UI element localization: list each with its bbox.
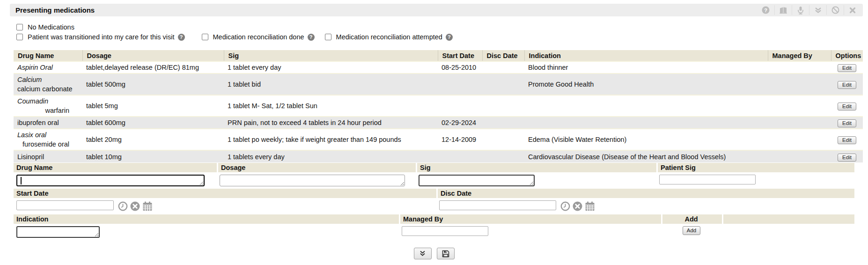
form-label-disc-date: Disc Date	[436, 189, 854, 198]
no-medications-label: No Medications	[28, 23, 74, 31]
entry-form-row-1: Drug Name Dosage Sig Patient Sig	[14, 163, 854, 190]
svg-text:?: ?	[764, 7, 767, 13]
dosage-cell: tablet,delayed release (DR/EC) 81mg	[82, 61, 224, 74]
form-label-sig: Sig	[416, 163, 656, 172]
reconciliation-row: Patient was transitioned into my care fo…	[16, 33, 453, 41]
form-label-drug-name: Drug Name	[14, 163, 217, 172]
reconciliation-attempted-label: Medication reconciliation attempted	[336, 33, 442, 41]
col-header-dosage: Dosage	[82, 50, 224, 61]
sig-cell: 1 tablet every day	[224, 61, 438, 74]
book-icon[interactable]	[774, 5, 792, 15]
drug-name-input[interactable]	[16, 175, 205, 186]
no-medications-row: No Medications	[16, 23, 74, 31]
table-row: Calciumcalcium carbonate tablet 500mg 1 …	[14, 74, 863, 95]
expand-more-button[interactable]	[414, 248, 432, 259]
close-icon[interactable]	[844, 5, 861, 15]
reconciliation-attempted-help-icon[interactable]: ?	[446, 34, 453, 41]
dosage-cell: tablet 500mg	[82, 74, 224, 95]
reconciliation-done-help-icon[interactable]: ?	[308, 34, 315, 41]
calendar-icon[interactable]	[142, 201, 153, 211]
indication-cell	[524, 95, 768, 117]
sig-cell: 1 tablet M- Sat, 1/2 tablet Sun	[224, 95, 438, 117]
managed-by-cell	[768, 129, 831, 150]
dosage-cell: tablet 20mg	[82, 129, 224, 150]
transitioned-label: Patient was transitioned into my care fo…	[28, 33, 175, 41]
disable-icon[interactable]	[826, 5, 844, 15]
disc-date-cell	[482, 74, 524, 95]
double-chevron-down-icon	[419, 250, 426, 257]
col-header-start-date: Start Date	[438, 50, 482, 61]
save-button[interactable]	[437, 248, 455, 259]
dosage-input[interactable]	[220, 175, 405, 186]
sig-input[interactable]	[419, 175, 535, 186]
page-title: Presenting medications	[15, 4, 95, 16]
clear-date-icon[interactable]	[573, 201, 582, 211]
patient-sig-input[interactable]	[659, 175, 756, 184]
col-header-drug-name: Drug Name	[14, 50, 82, 61]
calendar-icon[interactable]	[585, 201, 595, 211]
table-header-row: Drug Name Dosage Sig Start Date Disc Dat…	[14, 50, 863, 61]
start-date-input[interactable]	[16, 200, 114, 210]
table-row: Coumadinwarfarin tablet 5mg 1 tablet M- …	[14, 95, 863, 117]
transitioned-help-icon[interactable]: ?	[178, 34, 185, 41]
col-header-options: Options	[831, 50, 863, 61]
indication-input[interactable]	[16, 226, 100, 238]
start-date-cell: 12-14-2009	[438, 129, 482, 150]
reconciliation-attempted-checkbox[interactable]	[325, 34, 331, 40]
medications-table: Drug Name Dosage Sig Start Date Disc Dat…	[14, 50, 863, 162]
clock-icon[interactable]	[560, 201, 570, 211]
indication-cell: Blood thinner	[524, 61, 768, 74]
disc-date-input[interactable]	[439, 200, 556, 210]
table-row: ibuprofen oral tablet 600mg PRN pain, no…	[14, 117, 863, 129]
edit-button[interactable]: Edit	[838, 64, 856, 72]
col-header-sig: Sig	[224, 50, 438, 61]
table-row: Lasix oralfurosemide oral tablet 20mg 1 …	[14, 129, 863, 150]
form-label-indication: Indication	[14, 214, 399, 224]
drug-name: Coumadin	[17, 97, 48, 105]
col-header-managed-by: Managed By	[768, 50, 831, 61]
transitioned-checkbox[interactable]	[16, 34, 23, 40]
drug-generic-name: calcium carbonate	[17, 84, 79, 94]
entry-form-row-2: Start Date Disc Date	[14, 189, 854, 215]
text-cursor	[21, 177, 22, 184]
sig-cell: 1 tablets every day	[224, 150, 438, 162]
sig-cell: 1 tablet bid	[224, 74, 438, 95]
clock-icon[interactable]	[118, 201, 128, 211]
clear-date-icon[interactable]	[130, 201, 140, 211]
disc-date-cell	[482, 150, 524, 162]
edit-button[interactable]: Edit	[838, 103, 856, 110]
form-titlebar: Presenting medications ?	[10, 4, 863, 16]
disc-date-cell	[482, 61, 524, 74]
start-date-cell: 08-25-2010	[438, 61, 482, 74]
dosage-cell: tablet 600mg	[82, 117, 224, 129]
microphone-icon[interactable]	[792, 5, 809, 15]
drug-generic-name: furosemide oral	[17, 140, 79, 149]
form-label-start-date: Start Date	[14, 189, 436, 198]
dosage-cell: tablet 5mg	[82, 95, 224, 117]
table-row: Lisinopril tablet 10mg 1 tablets every d…	[14, 150, 863, 162]
disc-date-cell	[482, 95, 524, 117]
managed-by-cell	[768, 117, 831, 129]
edit-button[interactable]: Edit	[838, 81, 856, 89]
reconciliation-done-checkbox[interactable]	[202, 34, 208, 40]
start-date-cell: 02-29-2024	[438, 117, 482, 129]
drug-name: Lasix oral	[17, 131, 46, 139]
collapse-icon[interactable]	[809, 5, 826, 15]
managed-by-input[interactable]	[402, 226, 488, 236]
add-button[interactable]: Add	[683, 226, 700, 235]
disc-date-tools	[560, 200, 595, 212]
managed-by-cell	[768, 95, 831, 117]
entry-form-row-3: Indication Managed By Add Add	[14, 214, 854, 241]
disc-date-cell	[482, 117, 524, 129]
start-date-cell	[438, 74, 482, 95]
disc-date-cell	[482, 129, 524, 150]
edit-button[interactable]: Edit	[838, 154, 856, 162]
no-medications-checkbox[interactable]	[16, 24, 23, 30]
edit-button[interactable]: Edit	[838, 119, 856, 127]
indication-cell	[524, 117, 768, 129]
edit-button[interactable]: Edit	[838, 136, 856, 144]
form-label-managed-by: Managed By	[399, 214, 661, 224]
titlebar-toolbar: ?	[757, 5, 861, 15]
help-icon[interactable]: ?	[757, 5, 774, 15]
form-label-dosage: Dosage	[217, 163, 416, 172]
